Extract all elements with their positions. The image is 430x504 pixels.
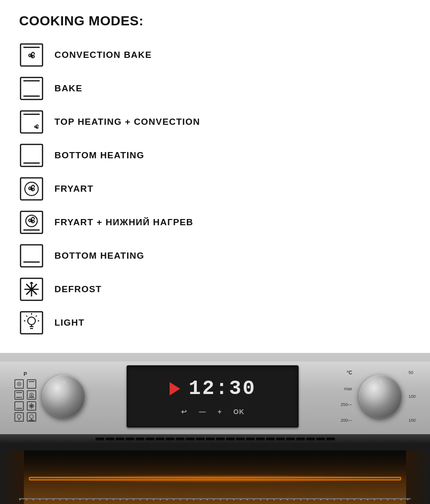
left-icons-row2 (14, 390, 36, 400)
vent-slot (246, 438, 255, 440)
left-knob-icons-wrap: P (14, 371, 36, 422)
oven-display: 12:30 ↩ — + OK (127, 365, 299, 427)
small-mode-icon-4 (27, 390, 36, 400)
svg-point-16 (30, 219, 33, 222)
vent-slot (96, 438, 104, 440)
cooking-modes-section: COOKING MODES: CONVECTION BAKE (0, 0, 430, 348)
left-knob-area: P (14, 371, 85, 422)
vent-slot (116, 438, 124, 440)
mode-label-fryart: FRYART (54, 184, 94, 194)
temp-100-label: 100 (408, 394, 416, 399)
vent-slot (206, 438, 215, 440)
fryart-bottom-icon (19, 210, 44, 235)
oven-rack (19, 498, 411, 500)
svg-point-39 (19, 383, 20, 385)
left-icons-row1 (14, 379, 36, 389)
svg-point-2 (30, 55, 33, 57)
svg-rect-18 (21, 245, 43, 267)
defrost-icon (19, 277, 44, 302)
mode-list: CONVECTION BAKE BAKE (19, 39, 411, 339)
small-mode-icon-1 (14, 379, 24, 389)
temp-200-label: 200— (341, 418, 352, 423)
list-item: FRYART + НИЖНИЙ НАГРЕВ (19, 207, 411, 238)
oven-separator (0, 444, 430, 450)
small-mode-icon-2 (27, 379, 36, 389)
temp-150-label: 150 (408, 418, 416, 423)
bottom-heating-2-icon (19, 243, 44, 268)
list-item: DEFROST (19, 274, 411, 305)
back-button[interactable]: ↩ (181, 408, 187, 416)
vent-slot (136, 438, 144, 440)
oven-vent-strip (0, 434, 430, 444)
light-icon (19, 310, 44, 335)
list-item: TOP HEATING + CONVECTION (19, 106, 411, 138)
small-mode-icon-5 (14, 401, 24, 411)
mode-label-bottom-heating-1: BOTTOM HEATING (54, 150, 144, 161)
svg-rect-42 (15, 391, 23, 399)
right-knob[interactable] (359, 375, 402, 418)
vent-slot (106, 438, 114, 440)
vent-slot (306, 438, 315, 440)
svg-rect-40 (27, 380, 36, 388)
vent-slot (216, 438, 225, 440)
minus-button[interactable]: — (199, 408, 206, 416)
temp-50-label: 50 (408, 370, 413, 375)
vent-slot (236, 438, 245, 440)
oven-wall-left (0, 450, 24, 504)
temp-max-label: max (344, 386, 352, 391)
convection-bake-icon (19, 43, 44, 67)
vent-slot (266, 438, 275, 440)
display-buttons-row: ↩ — + OK (181, 408, 244, 416)
list-item: BAKE (19, 73, 411, 104)
mode-label-defrost: DEFROST (54, 284, 102, 295)
svg-point-60 (30, 415, 33, 418)
mode-label-convection-bake: CONVECTION BAKE (54, 50, 152, 60)
svg-rect-27 (21, 312, 43, 334)
small-mode-icon-7 (14, 412, 24, 422)
vent-slot (286, 438, 295, 440)
left-knob[interactable] (42, 375, 85, 418)
heating-element (29, 477, 401, 481)
list-item: BOTTOM HEATING (19, 140, 411, 171)
svg-line-36 (26, 316, 27, 317)
display-time: 12:30 (189, 377, 256, 400)
oven-interior (0, 450, 430, 504)
cooking-modes-title: COOKING MODES: (19, 13, 411, 29)
svg-point-28 (28, 317, 35, 325)
svg-point-57 (17, 415, 21, 418)
vent-slot (296, 438, 305, 440)
svg-rect-49 (15, 402, 23, 410)
ok-button[interactable]: OK (234, 408, 245, 416)
fryart-icon (19, 176, 44, 201)
svg-rect-56 (15, 413, 23, 421)
oven-panel: P (0, 353, 430, 504)
list-item: CONVECTION BAKE (19, 39, 411, 71)
small-mode-icon-3 (14, 390, 24, 400)
vent-slot (126, 438, 134, 440)
p-label: P (23, 371, 27, 377)
svg-point-8 (35, 126, 37, 128)
mode-label-top-heating-convection: TOP HEATING + CONVECTION (54, 117, 200, 127)
list-item: LIGHT (19, 307, 411, 339)
play-icon (170, 382, 180, 395)
vent-slot (146, 438, 154, 440)
vent-slot (196, 438, 204, 440)
top-heating-convection-icon (19, 110, 44, 134)
left-icons-row3 (14, 401, 36, 411)
mode-label-bake: BAKE (54, 83, 83, 94)
vent-slot (256, 438, 265, 440)
vent-slot (326, 438, 335, 440)
oven-wall-right (406, 450, 430, 504)
vent-slot (276, 438, 285, 440)
plus-button[interactable]: + (217, 408, 222, 416)
bake-icon (19, 76, 44, 101)
vent-slot (316, 438, 325, 440)
vent-slot (226, 438, 235, 440)
temp-250-label: 250— (341, 402, 352, 407)
svg-point-47 (31, 394, 32, 396)
mode-label-bottom-heating-2: BOTTOM HEATING (54, 251, 144, 261)
list-item: FRYART (19, 173, 411, 205)
vent-slot (186, 438, 194, 440)
oven-controls-row: P (0, 362, 430, 434)
bottom-heating-icon (19, 143, 44, 168)
